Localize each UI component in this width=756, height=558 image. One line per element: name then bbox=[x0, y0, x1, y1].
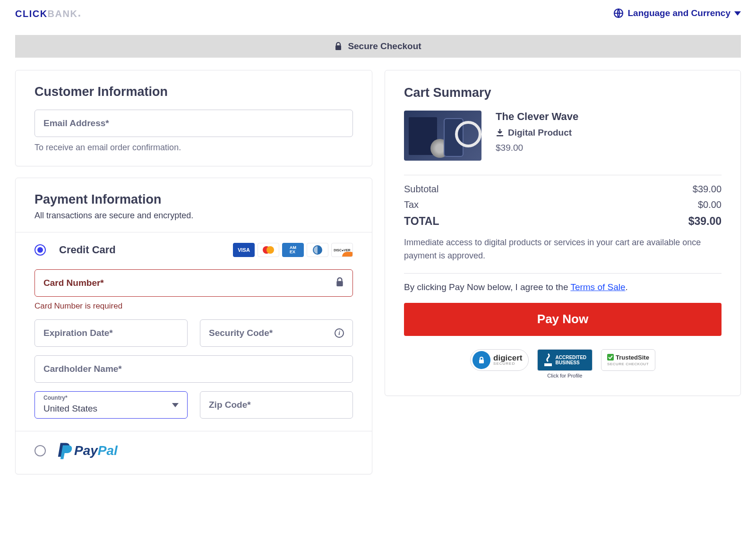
cardholder-name-field[interactable]: Cardholder Name* bbox=[34, 355, 353, 383]
email-helper: To receive an email order confirmation. bbox=[34, 143, 353, 153]
terms-of-sale-link[interactable]: Terms of Sale bbox=[570, 282, 625, 292]
amex-icon: AMEX bbox=[282, 243, 304, 257]
subtotal-row: Subtotal $39.00 bbox=[404, 184, 722, 195]
agree-text: By clicking Pay Now below, I agree to th… bbox=[404, 282, 722, 292]
total-value: $39.00 bbox=[688, 215, 722, 228]
svg-rect-9 bbox=[607, 354, 614, 361]
cart-summary-card: Cart Summary The Clever Wave Digital Pro… bbox=[385, 70, 741, 396]
card-number-error: Card Number is required bbox=[34, 301, 353, 311]
product-type: Digital Product bbox=[496, 128, 722, 138]
customer-heading: Customer Information bbox=[34, 85, 353, 99]
total-label: TOTAL bbox=[404, 215, 439, 228]
lock-icon bbox=[335, 277, 344, 289]
digicert-text: digicert bbox=[493, 354, 522, 362]
language-currency-selector[interactable]: Language and Currency bbox=[613, 8, 741, 19]
total-row: TOTAL $39.00 bbox=[404, 215, 722, 228]
credit-card-section: Credit Card VISA AMEX DISC●VER bbox=[16, 232, 372, 431]
svg-rect-5 bbox=[336, 281, 343, 286]
download-icon bbox=[496, 129, 504, 137]
discover-icon: DISC●VER bbox=[331, 243, 353, 257]
secure-checkout-bar: Secure Checkout bbox=[15, 35, 741, 58]
svg-rect-6 bbox=[497, 135, 503, 137]
access-note: Immediate access to digital products or … bbox=[404, 236, 722, 263]
credit-card-radio[interactable] bbox=[34, 244, 46, 256]
check-shield-icon bbox=[607, 354, 614, 361]
security-placeholder: Security Code* bbox=[209, 328, 273, 338]
expiration-placeholder: Expiration Date* bbox=[43, 328, 113, 338]
logo: CLICKBANK. bbox=[15, 7, 82, 20]
product-price: $39.00 bbox=[496, 143, 722, 153]
logo-click: CLICK bbox=[15, 9, 48, 19]
zip-field[interactable]: Zip Code* bbox=[200, 391, 353, 419]
subtotal-value: $39.00 bbox=[693, 184, 722, 195]
trustedsite-badge[interactable]: TrustedSite SECURE CHECKOUT bbox=[601, 349, 655, 371]
paypal-radio[interactable] bbox=[34, 445, 46, 456]
email-field[interactable]: Email Address* bbox=[34, 110, 353, 137]
bbb-icon bbox=[543, 353, 553, 367]
lock-icon bbox=[335, 42, 342, 51]
card-number-field[interactable]: Card Number* bbox=[34, 269, 353, 297]
customer-info-card: Customer Information Email Address* To r… bbox=[15, 70, 372, 166]
paypal-section: PayPal bbox=[16, 431, 372, 474]
cc-label: Credit Card bbox=[59, 244, 116, 256]
svg-rect-1 bbox=[335, 45, 341, 50]
country-label: Country* bbox=[43, 395, 68, 401]
globe-icon bbox=[613, 8, 624, 19]
cart-heading: Cart Summary bbox=[404, 86, 722, 100]
pay-now-button[interactable]: Pay Now bbox=[404, 303, 722, 336]
logo-bank: BANK bbox=[48, 9, 78, 19]
svg-rect-8 bbox=[544, 363, 552, 366]
visa-icon: VISA bbox=[233, 243, 255, 257]
trust-badges: digicert SECURED ACCREDITED BUSINESS bbox=[404, 349, 722, 378]
product-row: The Clever Wave Digital Product $39.00 bbox=[404, 111, 722, 161]
digicert-sub: SECURED bbox=[493, 362, 522, 366]
trusted-sub: SECURE CHECKOUT bbox=[607, 362, 649, 366]
info-icon[interactable]: i bbox=[335, 328, 344, 338]
shield-lock-icon bbox=[472, 351, 490, 369]
tax-label: Tax bbox=[404, 199, 419, 210]
product-title: The Clever Wave bbox=[496, 111, 722, 123]
lang-label: Language and Currency bbox=[628, 8, 731, 18]
payment-heading: Payment Information bbox=[34, 192, 353, 207]
payment-info-card: Payment Information All transactions are… bbox=[15, 178, 372, 474]
country-select[interactable]: Country* United States bbox=[34, 391, 188, 419]
bbb-caption[interactable]: Click for Profile bbox=[547, 373, 582, 378]
tax-row: Tax $0.00 bbox=[404, 199, 722, 210]
security-code-field[interactable]: Security Code* i bbox=[200, 319, 353, 347]
chevron-down-icon bbox=[734, 11, 741, 16]
mastercard-icon bbox=[258, 243, 279, 257]
diners-icon bbox=[307, 243, 328, 257]
bbb-badge[interactable]: ACCREDITED BUSINESS bbox=[537, 349, 593, 371]
svg-rect-7 bbox=[479, 360, 484, 363]
paypal-icon bbox=[57, 442, 73, 460]
product-type-text: Digital Product bbox=[508, 128, 572, 138]
svg-point-3 bbox=[266, 246, 274, 254]
chevron-down-icon bbox=[172, 403, 179, 407]
country-value: United States bbox=[43, 403, 97, 414]
secure-text: Secure Checkout bbox=[348, 41, 421, 52]
card-brand-icons: VISA AMEX DISC●VER bbox=[233, 243, 353, 257]
name-placeholder: Cardholder Name* bbox=[43, 364, 122, 374]
digicert-badge[interactable]: digicert SECURED bbox=[470, 349, 528, 371]
subtotal-label: Subtotal bbox=[404, 184, 438, 195]
zip-placeholder: Zip Code* bbox=[209, 400, 251, 410]
payment-subheading: All transactions are secure and encrypte… bbox=[34, 211, 353, 221]
paypal-logo-text: PayPal bbox=[74, 443, 118, 458]
tax-value: $0.00 bbox=[698, 199, 722, 210]
trusted-text: TrustedSite bbox=[616, 354, 649, 361]
expiration-field[interactable]: Expiration Date* bbox=[34, 319, 188, 347]
card-number-placeholder: Card Number* bbox=[43, 278, 104, 288]
product-image bbox=[404, 111, 481, 161]
email-placeholder: Email Address* bbox=[43, 118, 109, 129]
